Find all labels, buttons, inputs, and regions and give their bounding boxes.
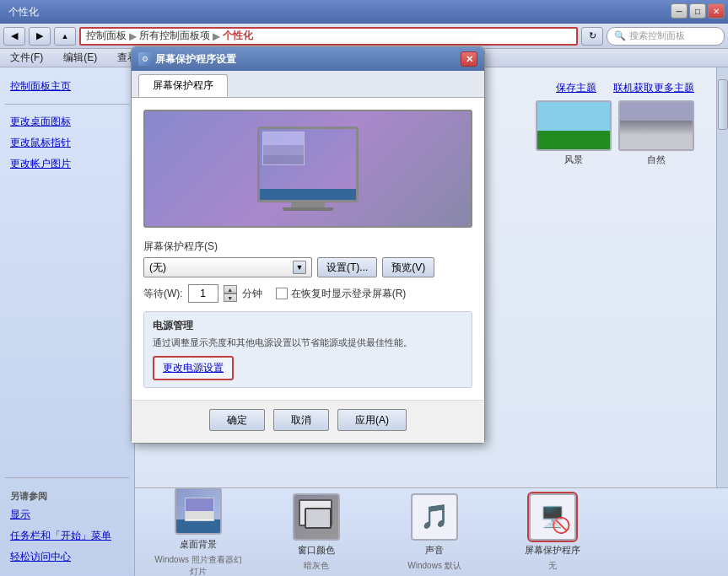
dialog-buttons: 确定 取消 应用(A) bbox=[132, 400, 484, 443]
resume-checkbox-row: 在恢复时显示登录屏幕(R) bbox=[276, 287, 407, 301]
preview-inner bbox=[262, 132, 305, 165]
wait-row: 等待(W): ▲ ▼ 分钟 在恢复时显示登录屏幕(R) bbox=[143, 284, 472, 303]
wait-input[interactable] bbox=[188, 284, 218, 303]
screensaver-tab[interactable]: 屏幕保护程序 bbox=[138, 74, 228, 97]
change-power-link[interactable]: 更改电源设置 bbox=[153, 356, 234, 380]
spin-up[interactable]: ▲ bbox=[224, 285, 237, 293]
screensaver-dialog: ⚙ 屏幕保护程序设置 ✕ 屏幕保护程序 bbox=[131, 46, 485, 444]
preview-button[interactable]: 预览(V) bbox=[382, 257, 434, 277]
preview-screen bbox=[260, 129, 356, 189]
apply-button[interactable]: 应用(A) bbox=[337, 409, 407, 431]
monitor-wrap bbox=[257, 127, 359, 211]
ok-button[interactable]: 确定 bbox=[209, 409, 265, 431]
modal-title-text: 屏幕保护程序设置 bbox=[155, 52, 457, 67]
spin-buttons: ▲ ▼ bbox=[224, 285, 237, 302]
modal-titlebar: ⚙ 屏幕保护程序设置 ✕ bbox=[132, 47, 484, 71]
select-value: (无) bbox=[149, 261, 166, 275]
preview-monitor bbox=[257, 127, 359, 202]
modal-content: 屏幕保护程序(S) (无) ▼ 设置(T)... 预览(V) 等待(W): ▲ … bbox=[132, 98, 484, 400]
spin-down[interactable]: ▼ bbox=[224, 293, 237, 302]
cancel-button[interactable]: 取消 bbox=[273, 409, 329, 431]
resume-label: 在恢复时显示登录屏幕(R) bbox=[291, 287, 407, 301]
preview-taskbar bbox=[260, 189, 356, 200]
power-section: 电源管理 通过调整显示亮度和其他电源设置以节省能源或提供最佳性能。 更改电源设置 bbox=[143, 311, 472, 388]
wait-unit: 分钟 bbox=[242, 287, 262, 301]
power-description: 通过调整显示亮度和其他电源设置以节省能源或提供最佳性能。 bbox=[153, 336, 463, 349]
modal-overlay: ⚙ 屏幕保护程序设置 ✕ 屏幕保护程序 bbox=[0, 0, 728, 576]
power-title: 电源管理 bbox=[153, 319, 463, 333]
settings-button[interactable]: 设置(T)... bbox=[317, 257, 377, 277]
modal-title-icon: ⚙ bbox=[138, 52, 152, 66]
wait-label: 等待(W): bbox=[143, 287, 183, 301]
resume-checkbox[interactable] bbox=[276, 288, 288, 299]
monitor-foot bbox=[283, 207, 333, 211]
preview-area bbox=[143, 110, 472, 228]
select-arrow-icon[interactable]: ▼ bbox=[293, 261, 306, 274]
screensaver-form: 屏幕保护程序(S) (无) ▼ 设置(T)... 预览(V) 等待(W): ▲ … bbox=[143, 240, 472, 388]
modal-close-button[interactable]: ✕ bbox=[461, 51, 477, 67]
screensaver-select-label: 屏幕保护程序(S) bbox=[143, 240, 472, 254]
modal-tab-bar: 屏幕保护程序 bbox=[132, 71, 484, 98]
screensaver-row: (无) ▼ 设置(T)... 预览(V) bbox=[143, 257, 472, 277]
screensaver-select[interactable]: (无) ▼ bbox=[143, 257, 312, 277]
